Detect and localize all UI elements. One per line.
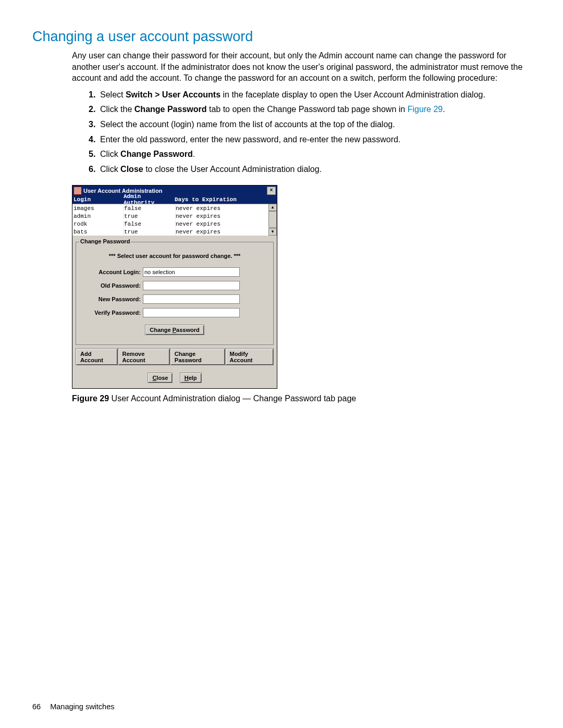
table-header: Login Admin Authority Days to Expiration bbox=[72, 195, 277, 204]
account-login-row: Account Login: no selection bbox=[81, 267, 268, 277]
dialog-title: User Account Administration bbox=[83, 188, 267, 194]
col-login[interactable]: Login bbox=[72, 196, 124, 203]
cell-admin: false bbox=[124, 205, 176, 212]
tabs-row: Add Account Remove Account Change Passwo… bbox=[76, 348, 274, 365]
step-text: Select the account (login) name from the… bbox=[100, 120, 395, 129]
cell-login: bats bbox=[72, 229, 124, 235]
btn-text-part: lose bbox=[156, 375, 168, 381]
old-password-label: Old Password: bbox=[81, 282, 143, 289]
col-days-to-expiration[interactable]: Days to Expiration bbox=[175, 196, 277, 203]
cell-login: rodk bbox=[72, 221, 124, 227]
cell-days: never expires bbox=[176, 213, 268, 219]
titlebar: User Account Administration × bbox=[72, 186, 277, 195]
step-text: Enter the old password, enter the new pa… bbox=[100, 135, 400, 144]
step-3: Select the account (login) name from the… bbox=[89, 119, 531, 130]
step-bold: Switch > User Accounts bbox=[126, 90, 221, 99]
tab-change-password[interactable]: Change Password bbox=[170, 348, 225, 365]
step-text: Click bbox=[100, 165, 120, 174]
figure-label: Figure 29 bbox=[72, 394, 109, 403]
page-footer: 66 Managing switches bbox=[32, 702, 115, 711]
cell-login: images bbox=[72, 205, 124, 212]
table-row[interactable]: rodk false never expires bbox=[72, 220, 268, 228]
cell-admin: false bbox=[124, 221, 176, 227]
group-title: Change Password bbox=[79, 238, 131, 244]
verify-password-input[interactable] bbox=[143, 308, 240, 317]
step-text: tab to open the Change Password tab page… bbox=[207, 105, 408, 114]
step-text: to close the User Account Administration… bbox=[143, 165, 322, 174]
close-button[interactable]: Close bbox=[148, 373, 173, 383]
step-text: Click the bbox=[100, 105, 134, 114]
table-row[interactable]: images false never expires bbox=[72, 204, 268, 212]
cell-admin: true bbox=[124, 229, 176, 235]
figure-caption-text: User Account Administration dialog — Cha… bbox=[109, 394, 356, 403]
step-bold: Close bbox=[120, 165, 143, 174]
cell-login: admin bbox=[72, 213, 124, 219]
btn-text-part: Change bbox=[150, 327, 172, 333]
section-heading: Changing a user account password bbox=[32, 29, 531, 45]
cell-days: never expires bbox=[176, 221, 268, 227]
scroll-thumb[interactable] bbox=[268, 211, 277, 228]
step-text: . bbox=[443, 105, 445, 114]
accounts-table: Login Admin Authority Days to Expiration… bbox=[72, 195, 277, 236]
new-password-row: New Password: bbox=[81, 294, 268, 304]
step-text: in the faceplate display to open the Use… bbox=[221, 90, 485, 99]
old-password-input[interactable] bbox=[143, 281, 240, 290]
step-text: Select bbox=[100, 90, 126, 99]
step-bold: Change Password bbox=[120, 150, 193, 158]
figure-link[interactable]: Figure 29 bbox=[408, 105, 443, 114]
scroll-down-icon[interactable]: ▼ bbox=[268, 228, 277, 236]
scroll-up-icon[interactable]: ▲ bbox=[268, 204, 277, 211]
step-bold: Change Password bbox=[134, 105, 207, 114]
btn-text-part: elp bbox=[189, 375, 197, 381]
step-1: Select Switch > User Accounts in the fac… bbox=[89, 89, 531, 101]
help-button[interactable]: Help bbox=[180, 373, 202, 383]
step-5: Click Change Password. bbox=[89, 149, 531, 160]
step-text: . bbox=[193, 150, 195, 158]
user-account-admin-dialog: User Account Administration × Login Admi… bbox=[72, 185, 277, 389]
select-account-message: *** Select user account for password cha… bbox=[81, 253, 268, 259]
btn-mnemonic: P bbox=[173, 327, 176, 333]
intro-paragraph: Any user can change their password for t… bbox=[32, 50, 531, 84]
table-body: images false never expires admin true ne… bbox=[72, 204, 277, 236]
chapter-name: Managing switches bbox=[50, 702, 114, 711]
table-row[interactable]: bats true never expires bbox=[72, 228, 268, 236]
step-text: Click bbox=[100, 150, 120, 158]
app-icon bbox=[74, 187, 82, 195]
account-login-label: Account Login: bbox=[81, 269, 143, 275]
old-password-row: Old Password: bbox=[81, 281, 268, 290]
cell-admin: true bbox=[124, 213, 176, 219]
step-4: Enter the old password, enter the new pa… bbox=[89, 134, 531, 145]
verify-password-label: Verify Password: bbox=[81, 310, 143, 316]
change-password-group: Change Password *** Select user account … bbox=[76, 242, 274, 345]
tab-modify-account[interactable]: Modify Account bbox=[225, 348, 274, 365]
cell-days: never expires bbox=[176, 229, 268, 235]
tab-add-account[interactable]: Add Account bbox=[76, 348, 118, 365]
btn-mnemonic: H bbox=[185, 375, 189, 381]
account-login-value: no selection bbox=[143, 267, 240, 277]
step-6: Click Close to close the User Account Ad… bbox=[89, 164, 531, 175]
figure-caption: Figure 29 User Account Administration di… bbox=[72, 394, 531, 403]
table-row[interactable]: admin true never expires bbox=[72, 212, 268, 220]
btn-text-part: assword bbox=[176, 327, 200, 333]
cell-days: never expires bbox=[176, 205, 268, 212]
dialog-bottom-buttons: Close Help bbox=[72, 365, 277, 388]
step-2: Click the Change Password tab to open th… bbox=[89, 104, 531, 115]
verify-password-row: Verify Password: bbox=[81, 308, 268, 317]
tab-remove-account[interactable]: Remove Account bbox=[118, 348, 170, 365]
new-password-label: New Password: bbox=[81, 296, 143, 302]
page-number: 66 bbox=[32, 702, 41, 711]
change-password-button[interactable]: Change Password bbox=[145, 325, 204, 335]
new-password-input[interactable] bbox=[143, 294, 240, 304]
close-icon[interactable]: × bbox=[267, 187, 276, 195]
procedure-steps: Select Switch > User Accounts in the fac… bbox=[32, 89, 531, 175]
